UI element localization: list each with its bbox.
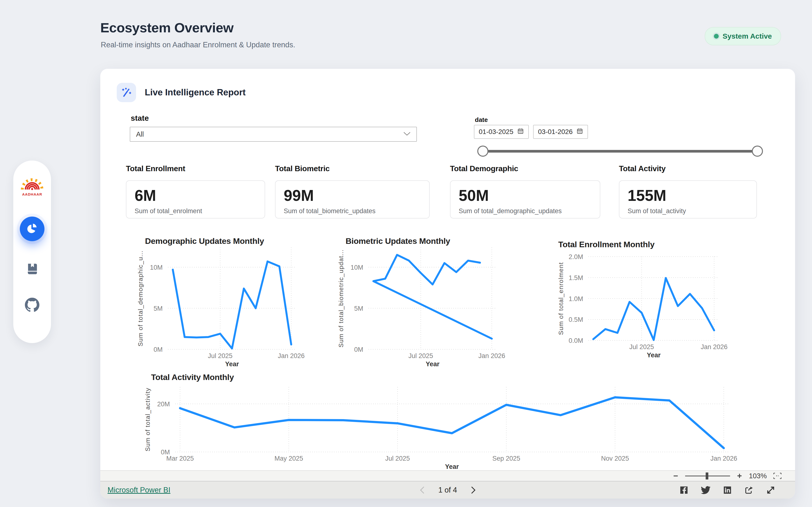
sidebar-item-analytics[interactable] [20, 217, 45, 241]
svg-text:Sum of total_enrolment: Sum of total_enrolment [557, 262, 564, 335]
kpi-title: Total Biometric [275, 164, 430, 173]
svg-text:Jan 2026: Jan 2026 [701, 343, 727, 350]
date-end-input[interactable]: 03-01-2026 [533, 125, 588, 139]
kpi-total-demographic: Total Demographic 50M Sum of total_demog… [450, 164, 600, 219]
svg-text:Sep 2025: Sep 2025 [492, 455, 520, 462]
svg-text:10M: 10M [350, 264, 363, 271]
chevron-down-icon [403, 131, 411, 137]
kpi-value: 50M [459, 187, 600, 205]
svg-text:0M: 0M [153, 346, 163, 353]
chart-total-enrollment-monthly: Total Enrollment Monthly 0.0M0.5M1.0M1.5… [526, 235, 770, 371]
github-icon [25, 298, 39, 313]
svg-text:5M: 5M [354, 305, 363, 312]
kpi-title: Total Activity [619, 164, 757, 173]
svg-text:5M: 5M [153, 305, 163, 312]
svg-text:0.5M: 0.5M [569, 316, 583, 323]
svg-text:Mar 2025: Mar 2025 [166, 455, 194, 462]
kpi-sublabel: Sum of total_biometric_updates [284, 207, 429, 215]
powerbi-brand-link[interactable]: Microsoft Power BI [108, 486, 170, 495]
zoom-slider[interactable] [685, 475, 730, 476]
kpi-card: 155M Sum of total_activity [619, 180, 757, 219]
calendar-icon [517, 128, 524, 136]
kpi-sublabel: Sum of total_activity [627, 207, 756, 215]
svg-text:Jan 2026: Jan 2026 [478, 352, 505, 359]
kpi-sublabel: Sum of total_enrolment [135, 207, 265, 215]
svg-text:2.0M: 2.0M [569, 253, 583, 261]
previous-page-icon[interactable] [419, 486, 425, 494]
kpi-value: 99M [284, 187, 429, 205]
svg-text:0.0M: 0.0M [569, 337, 583, 344]
svg-text:Jul 2025: Jul 2025 [385, 455, 410, 462]
line-plot: 0M5M10MJul 2025Jan 2026Sum of total_biom… [325, 235, 523, 372]
svg-text:Sum of total_demographic_u...: Sum of total_demographic_u... [137, 250, 144, 346]
page-indicator: 1 of 4 [439, 486, 457, 495]
kpi-card: 99M Sum of total_biometric_updates [275, 180, 430, 219]
fit-to-page-icon[interactable] [773, 472, 782, 480]
status-badge: System Active [705, 27, 781, 45]
aadhaar-logo: AADHAAR [19, 175, 45, 198]
powerbi-footer-bar: Microsoft Power BI 1 of 4 [100, 482, 795, 499]
kpi-sublabel: Sum of total_demographic_updates [459, 207, 600, 215]
share-icon[interactable] [744, 485, 754, 495]
zoom-slider-handle[interactable] [706, 472, 708, 480]
report-card: Live Intelligence Report state All date … [100, 69, 795, 499]
svg-text:Year: Year [647, 351, 661, 359]
svg-text:1.5M: 1.5M [569, 274, 583, 282]
kpi-total-activity: Total Activity 155M Sum of total_activit… [619, 164, 757, 219]
magic-wand-icon [117, 83, 136, 102]
footer-social-icons [679, 485, 776, 495]
kpi-value: 155M [627, 187, 756, 205]
sidebar: AADHAAR [13, 161, 51, 343]
line-plot: 0.0M0.5M1.0M1.5M2.0MJul 2025Jan 2026Sum … [526, 235, 770, 372]
report-zoom-strip: 103% [100, 470, 795, 482]
state-filter-label: state [131, 114, 149, 123]
zoom-level: 103% [749, 472, 767, 480]
sidebar-item-github[interactable] [25, 298, 39, 313]
svg-text:Jan 2026: Jan 2026 [278, 352, 305, 359]
calendar-icon [576, 128, 583, 136]
book-icon [25, 262, 39, 277]
line-plot: 0M20MMar 2025May 2025Jul 2025Sep 2025Nov… [124, 371, 758, 473]
svg-text:1.0M: 1.0M [569, 295, 583, 302]
date-start-input[interactable]: 01-03-2025 [474, 125, 529, 139]
svg-text:Nov 2025: Nov 2025 [601, 455, 629, 462]
fullscreen-icon[interactable] [766, 485, 776, 495]
kpi-value: 6M [135, 187, 265, 205]
svg-text:Year: Year [445, 463, 459, 470]
svg-text:May 2025: May 2025 [274, 455, 303, 462]
svg-text:Year: Year [425, 360, 440, 368]
report-title: Live Intelligence Report [145, 88, 246, 98]
kpi-card: 6M Sum of total_enrolment [126, 180, 265, 219]
svg-text:Year: Year [225, 360, 239, 368]
date-range-handle-start[interactable] [477, 146, 489, 157]
svg-text:Sum of total_activity: Sum of total_activity [144, 388, 151, 451]
sidebar-item-docs[interactable] [25, 262, 39, 277]
line-plot: 0M5M10MJul 2025Jan 2026Sum of total_demo… [124, 235, 323, 372]
date-end-value: 03-01-2026 [538, 128, 572, 136]
date-start-value: 01-03-2025 [479, 128, 513, 136]
svg-text:10M: 10M [150, 264, 163, 271]
chart-biometric-updates-monthly: Biometric Updates Monthly 0M5M10MJul 202… [325, 235, 523, 371]
svg-text:Jul 2025: Jul 2025 [629, 343, 654, 350]
date-range-slider[interactable] [483, 150, 757, 153]
state-dropdown-value: All [136, 130, 144, 138]
state-dropdown[interactable]: All [130, 127, 417, 142]
kpi-title: Total Enrollment [126, 164, 265, 173]
status-dot-icon [714, 34, 719, 39]
date-filter-label: date [475, 116, 488, 124]
next-page-icon[interactable] [470, 486, 476, 494]
report-header: Live Intelligence Report [117, 83, 246, 102]
svg-text:Jul 2025: Jul 2025 [208, 352, 233, 359]
page-subtitle: Real-time insights on Aadhaar Enrolment … [101, 41, 295, 49]
linkedin-icon[interactable] [723, 485, 732, 495]
svg-text:Jul 2025: Jul 2025 [408, 352, 433, 359]
date-range-inputs: 01-03-2025 03-01-2026 [474, 125, 588, 139]
zoom-out-button[interactable] [672, 473, 679, 479]
facebook-icon[interactable] [679, 485, 689, 495]
date-range-handle-end[interactable] [752, 146, 763, 157]
page-title: Ecosystem Overview [100, 20, 234, 36]
zoom-in-button[interactable] [737, 473, 743, 479]
twitter-icon[interactable] [700, 485, 711, 495]
svg-text:Sum of total_biometric_updat..: Sum of total_biometric_updat... [337, 249, 345, 347]
page-navigation: 1 of 4 [419, 486, 476, 495]
